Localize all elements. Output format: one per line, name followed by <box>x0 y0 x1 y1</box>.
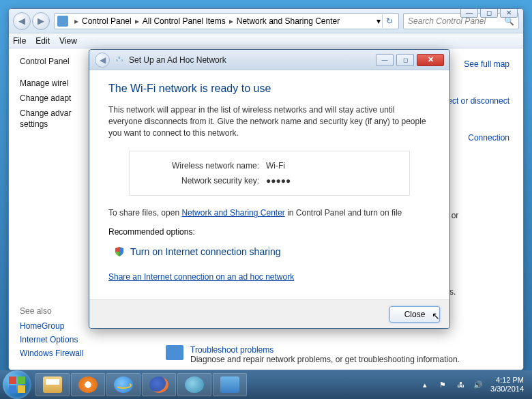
taskbar-app2[interactable] <box>213 373 247 396</box>
maximize-button[interactable]: ◻ <box>480 8 498 18</box>
menu-edit[interactable]: Edit <box>35 36 50 46</box>
share-files-text: To share files, open Network and Sharing… <box>108 208 430 218</box>
see-also-internet-options[interactable]: Internet Options <box>20 335 141 344</box>
see-also-firewall[interactable]: Windows Firewall <box>20 349 141 358</box>
tray-arrow-icon[interactable]: ▴ <box>419 379 430 390</box>
internet-sharing-option[interactable]: Turn on Internet connection sharing <box>114 246 425 257</box>
dialog-title-bar[interactable]: ◀ ◦˚◦ Set Up an Ad Hoc Network — ◻ ✕ <box>89 50 449 70</box>
close-button[interactable]: Close <box>389 306 440 323</box>
breadcrumb-segment[interactable]: All Control Panel Items <box>143 16 226 26</box>
recommended-label: Recommended options: <box>108 227 430 237</box>
breadcrumb-segment[interactable]: Control Panel <box>82 16 132 26</box>
dialog-footer: Close ↖ <box>89 299 449 328</box>
window-controls: — ◻ ✕ <box>460 8 518 18</box>
refresh-icon[interactable]: ↻ <box>382 14 396 28</box>
volume-icon[interactable]: 🔊 <box>473 379 484 390</box>
shield-icon <box>114 246 125 257</box>
link-connect[interactable]: ect or disconnect <box>447 96 509 106</box>
taskbar-media-player[interactable] <box>71 373 105 396</box>
menu-bar: File Edit View <box>9 33 523 48</box>
menu-view[interactable]: View <box>59 36 77 46</box>
taskbar: ▴ ⚑ 🖧 🔊 4:12 PM 3/30/2014 <box>0 370 532 399</box>
dialog-description: This network will appear in the list of … <box>108 104 430 138</box>
taskbar-firefox[interactable] <box>142 373 176 396</box>
link-connection[interactable]: Connection <box>447 133 509 143</box>
taskbar-app1[interactable] <box>177 373 211 396</box>
control-panel-icon <box>57 16 68 27</box>
security-key-label: Network security key: <box>130 176 266 186</box>
troubleshoot-section: Troubleshoot problems Diagnose and repai… <box>166 345 460 364</box>
troubleshoot-description: Diagnose and repair network problems, or… <box>190 355 460 364</box>
network-name-value: Wi-Fi <box>266 161 285 171</box>
sharing-option-label: Turn on Internet connection sharing <box>130 246 281 257</box>
taskbar-ie[interactable] <box>106 373 141 396</box>
system-tray: ▴ ⚑ 🖧 🔊 4:12 PM 3/30/2014 <box>419 376 529 394</box>
dialog-close-button[interactable]: ✕ <box>417 54 444 66</box>
title-bar: ◀ ▶ ▸ Control Panel ▸ All Control Panel … <box>9 9 523 33</box>
dialog-title: Set Up an Ad Hoc Network <box>129 55 226 65</box>
adhoc-dialog: ◀ ◦˚◦ Set Up an Ad Hoc Network — ◻ ✕ The… <box>89 49 450 329</box>
menu-file[interactable]: File <box>13 36 26 46</box>
close-button[interactable]: ✕ <box>500 8 518 18</box>
clock[interactable]: 4:12 PM 3/30/2014 <box>490 376 524 394</box>
network-name-label: Wireless network name: <box>130 161 266 171</box>
dialog-minimize-button[interactable]: — <box>376 54 394 66</box>
network-info-box: Wireless network name: Wi-Fi Network sec… <box>129 151 410 196</box>
security-key-value: ●●●●● <box>266 176 291 186</box>
network-sharing-link[interactable]: Network and Sharing Center <box>181 208 284 218</box>
troubleshoot-icon <box>166 345 183 360</box>
dialog-back-button[interactable]: ◀ <box>95 53 110 68</box>
network-tray-icon[interactable]: 🖧 <box>455 379 466 390</box>
clock-date: 3/30/2014 <box>490 385 524 394</box>
nav-forward-button[interactable]: ▶ <box>32 12 50 30</box>
dialog-maximize-button[interactable]: ◻ <box>396 54 414 66</box>
adhoc-share-link[interactable]: Share an Internet connection on an ad ho… <box>108 272 430 282</box>
breadcrumb[interactable]: ▸ Control Panel ▸ All Control Panel Item… <box>54 13 399 29</box>
start-button[interactable] <box>3 370 31 399</box>
flag-icon[interactable]: ⚑ <box>437 379 448 390</box>
network-icon: ◦˚◦ <box>114 55 125 65</box>
link-full-map[interactable]: See full map <box>447 59 509 69</box>
nav-back-button[interactable]: ◀ <box>13 12 31 30</box>
minimize-button[interactable]: — <box>460 8 478 18</box>
breadcrumb-dropdown-icon[interactable]: ▾ <box>376 16 381 26</box>
dialog-heading: The Wi-Fi network is ready to use <box>108 83 430 95</box>
breadcrumb-segment[interactable]: Network and Sharing Center <box>237 16 340 26</box>
taskbar-explorer[interactable] <box>35 373 70 396</box>
clock-time: 4:12 PM <box>490 376 524 385</box>
troubleshoot-link[interactable]: Troubleshoot problems <box>190 345 460 355</box>
